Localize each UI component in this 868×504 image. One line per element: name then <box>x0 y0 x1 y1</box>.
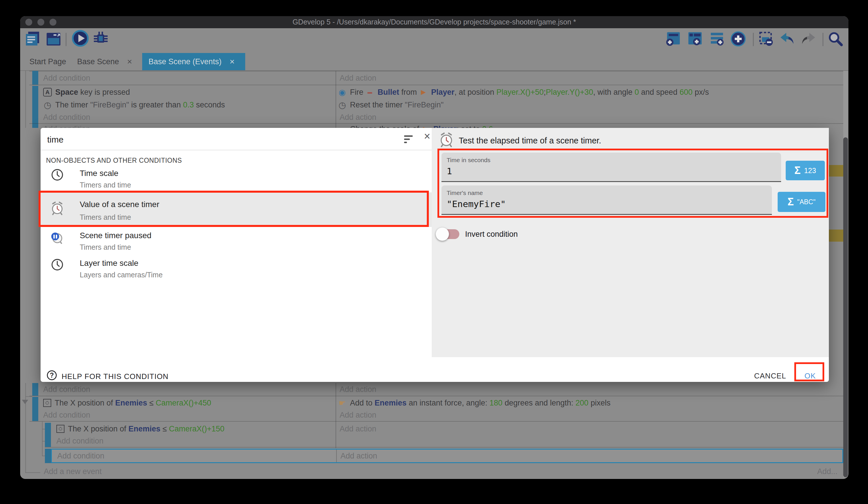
add-condition-placeholder[interactable]: Add condition <box>56 435 104 447</box>
add-action-placeholder[interactable]: Add action <box>340 71 376 85</box>
condition-item-time-scale[interactable]: Time scale Timers and time <box>41 165 432 192</box>
column-divider <box>335 71 336 128</box>
expression-builder-button[interactable]: Σ 123 <box>786 161 825 180</box>
condition-item-scene-timer-paused[interactable]: Scene timer paused Timers and time <box>41 227 432 255</box>
action-row[interactable]: Reset the timer "FireBegin" <box>338 99 444 111</box>
alarm-clock-icon <box>438 132 454 149</box>
toolbar-divider <box>753 33 754 46</box>
invert-condition-label: Invert condition <box>465 230 518 239</box>
add-event-icon[interactable] <box>665 31 681 48</box>
filter-icon[interactable] <box>404 135 413 143</box>
project-manager-icon[interactable] <box>25 31 41 48</box>
close-tab-icon[interactable]: × <box>230 57 235 67</box>
sigma-icon: Σ <box>794 164 800 177</box>
add-condition-placeholder[interactable]: Add condition <box>43 71 90 85</box>
add-action-placeholder[interactable]: Add action <box>340 383 376 396</box>
subevent-bar <box>45 423 51 447</box>
tab-base-scene-events[interactable]: Base Scene (Events) × <box>142 53 245 70</box>
row-divider <box>45 447 843 447</box>
add-comment-icon[interactable] <box>710 31 725 48</box>
add-condition-placeholder[interactable]: Add condition <box>43 409 90 421</box>
hand-icon <box>338 399 347 407</box>
tree-line <box>25 396 32 397</box>
redo-icon[interactable] <box>800 31 817 49</box>
search-divider <box>41 150 432 150</box>
collapse-arrow-icon[interactable] <box>22 400 28 404</box>
tree-line <box>42 456 45 456</box>
position-icon <box>56 425 64 433</box>
close-tab-icon[interactable]: × <box>127 57 132 67</box>
condition-row[interactable]: Space key is pressed <box>43 86 130 99</box>
timers-name-field[interactable]: Timer's name "EnemyFire" <box>442 185 772 215</box>
tree-line <box>25 71 26 128</box>
item-title: Time scale <box>80 169 118 178</box>
button-label: "ABC" <box>797 198 816 206</box>
undo-icon[interactable] <box>779 31 795 49</box>
field-value[interactable]: "EnemyFire" <box>447 199 506 209</box>
condition-row[interactable]: The X position of Enemies ≤ CameraX()+15… <box>56 423 225 435</box>
window-title: GDevelop 5 - /Users/dkarakay/Documents/G… <box>20 18 848 26</box>
timer-icon <box>338 101 347 109</box>
add-condition-placeholder[interactable]: Add condition <box>43 383 90 396</box>
row-divider <box>29 421 843 422</box>
sigma-icon: Σ <box>787 196 794 208</box>
add-subevent-icon[interactable] <box>687 31 703 48</box>
toolbar-divider <box>66 33 66 46</box>
app-window: GDevelop 5 - /Users/dkarakay/Documents/G… <box>20 16 848 479</box>
add-action-placeholder[interactable]: Add action <box>340 450 377 462</box>
tab-start-page[interactable]: Start Page <box>25 53 71 70</box>
keyboard-a-icon <box>43 88 52 97</box>
add-action-placeholder[interactable]: Add action <box>340 111 376 123</box>
action-row[interactable]: Add to Enemies an instant force, angle: … <box>338 397 610 409</box>
clipped-event-row: Add condition Change the scale of Player… <box>29 124 843 128</box>
clock-icon <box>51 168 64 183</box>
time-in-seconds-field[interactable]: Time in seconds 1 <box>442 153 781 182</box>
add-choose-icon[interactable] <box>730 31 746 48</box>
tree-line <box>42 441 45 442</box>
field-value[interactable]: 1 <box>447 166 452 176</box>
selected-event-row[interactable]: Add condition Add action <box>51 449 843 463</box>
condition-row[interactable]: The timer "FireBegin" is greater than 0.… <box>43 99 225 111</box>
player-icon <box>419 88 428 97</box>
add-action-placeholder[interactable]: Add action <box>340 423 376 435</box>
add-new-event-button[interactable]: Add a new event <box>44 467 102 476</box>
add-more-button[interactable]: Add... <box>794 467 837 476</box>
help-link[interactable]: HELP FOR THIS CONDITION <box>62 372 169 381</box>
item-subtitle: Timers and time <box>80 181 131 189</box>
close-dialog-icon[interactable]: × <box>421 130 433 144</box>
scrollbar-thumb[interactable] <box>843 137 848 477</box>
section-header: NON-OBJECTS AND OTHER CONDITIONS <box>46 157 182 164</box>
scene-editor-icon[interactable] <box>45 31 62 48</box>
tab-base-scene[interactable]: Base Scene × <box>77 53 137 70</box>
add-action-placeholder[interactable]: Add action <box>340 409 376 421</box>
condition-item-layer-time-scale[interactable]: Layer time scale Layers and cameras/Time <box>41 255 432 282</box>
timer-icon <box>43 101 52 109</box>
help-icon[interactable] <box>47 370 57 380</box>
delete-event-icon[interactable] <box>758 31 774 48</box>
player-icon <box>421 125 430 128</box>
add-condition-placeholder[interactable]: Add condition <box>43 124 90 128</box>
add-condition-placeholder[interactable]: Add condition <box>57 450 104 462</box>
clock-icon <box>51 258 64 272</box>
subevent-bar <box>45 449 51 463</box>
event-bar <box>32 397 38 421</box>
add-condition-placeholder[interactable]: Add condition <box>43 111 90 123</box>
cancel-button[interactable]: CANCEL <box>750 372 790 381</box>
search-icon[interactable] <box>827 31 844 48</box>
item-title: Value of a scene timer <box>80 200 159 209</box>
string-expression-builder-button[interactable]: Σ "ABC" <box>778 192 825 212</box>
ok-button[interactable]: OK <box>797 372 823 381</box>
condition-row[interactable]: The X position of Enemies ≤ CameraX()+45… <box>43 397 211 409</box>
toggle-knob[interactable] <box>436 228 449 241</box>
debugger-icon[interactable] <box>93 31 109 48</box>
item-subtitle: Layers and cameras/Time <box>80 271 163 279</box>
item-subtitle: Timers and time <box>80 213 131 221</box>
action-row[interactable]: Change the scale of Player: set to 0.6 <box>338 124 493 128</box>
preview-play-icon[interactable] <box>71 29 89 48</box>
row-divider <box>29 396 843 396</box>
search-input[interactable] <box>46 132 307 148</box>
condition-description: Test the elapsed time of a scene timer. <box>459 136 601 145</box>
item-title: Layer time scale <box>80 259 138 268</box>
condition-item-value-of-scene-timer[interactable]: Value of a scene timer Timers and time <box>41 192 432 227</box>
action-row[interactable]: Fire Bullet from Player, at position Pla… <box>338 86 709 99</box>
